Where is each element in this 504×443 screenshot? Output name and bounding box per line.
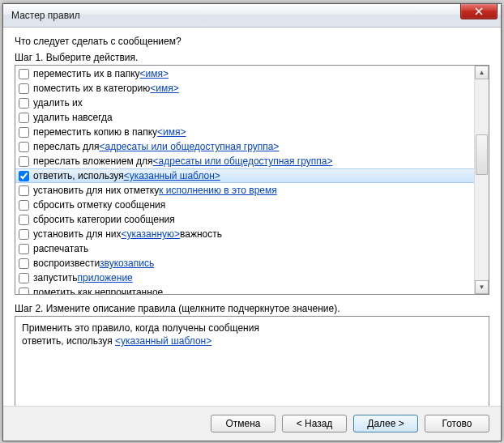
action-text-post: важность (180, 228, 222, 241)
scrollbar-thumb[interactable] (476, 134, 488, 175)
action-row[interactable]: удалить навсегда (15, 110, 474, 125)
action-checkbox[interactable] (19, 200, 29, 211)
action-link[interactable]: <имя> (150, 82, 178, 95)
action-checkbox[interactable] (19, 142, 29, 152)
close-icon (475, 7, 483, 15)
action-text-pre: удалить навсегда (33, 111, 113, 124)
action-row[interactable]: удалить их (15, 96, 474, 110)
action-text-pre: сбросить категории сообщения (33, 213, 175, 226)
action-row[interactable]: установить для них <указанную> важность (15, 227, 474, 241)
action-link[interactable]: приложение (78, 271, 133, 284)
action-link[interactable]: звукозапись (100, 257, 154, 270)
action-checkbox[interactable] (19, 156, 29, 167)
action-text-pre: переместить копию в папку (33, 126, 157, 138)
rules-wizard-window: Мастер правил Что следует сделать с сооб… (2, 3, 502, 441)
vertical-scrollbar[interactable]: ▲ ▼ (474, 66, 489, 294)
action-link[interactable]: <имя> (140, 67, 169, 80)
action-text-pre: переместить их в папку (33, 67, 140, 80)
action-text-pre: установить для них (33, 228, 122, 241)
action-checkbox[interactable] (19, 113, 29, 123)
action-row[interactable]: переместить их в папку <имя> (15, 66, 474, 81)
actions-listbox: переместить их в папку <имя>поместить их… (15, 65, 489, 295)
action-checkbox[interactable] (19, 244, 29, 254)
action-link[interactable]: <указанную> (122, 228, 181, 241)
action-text-pre: установить для них отметку (33, 184, 159, 197)
action-checkbox[interactable] (19, 185, 29, 196)
description-line2-pre: ответить, используя (22, 335, 115, 347)
scroll-up-button[interactable]: ▲ (475, 66, 489, 79)
action-link[interactable]: <адресаты или общедоступная группа> (100, 140, 280, 153)
content-area: Что следует сделать с сообщением? Шаг 1.… (3, 28, 501, 406)
button-bar: Отмена < Назад Далее > Готово (3, 406, 501, 441)
action-row[interactable]: переслать для <адресаты или общедоступна… (15, 139, 474, 154)
action-text-pre: распечатать (33, 242, 88, 255)
action-row[interactable]: поместить их в категорию <имя> (15, 81, 474, 96)
action-row[interactable]: ответить, используя <указанный шаблон> (15, 168, 474, 183)
action-checkbox[interactable] (19, 127, 29, 138)
action-checkbox[interactable] (19, 69, 29, 79)
description-line1: Применить это правило, когда получены со… (22, 322, 482, 334)
action-row[interactable]: переместить копию в папку <имя> (15, 125, 474, 139)
actions-scroll-area[interactable]: переместить их в папку <имя>поместить их… (15, 66, 474, 294)
back-button[interactable]: < Назад (282, 415, 347, 432)
chevron-down-icon: ▼ (479, 283, 485, 291)
action-text-pre: переслать вложением для (33, 155, 153, 168)
action-row[interactable]: запустить приложение (15, 270, 474, 285)
action-checkbox[interactable] (19, 288, 29, 295)
template-link[interactable]: <указанный шаблон> (115, 335, 211, 347)
chevron-up-icon: ▲ (479, 69, 485, 76)
step1-label: Шаг 1. Выберите действия. (15, 52, 489, 63)
action-text-pre: поместить их в категорию (33, 82, 150, 95)
scrollbar-track[interactable] (475, 79, 489, 280)
description-line2: ответить, используя <указанный шаблон> (22, 334, 482, 347)
action-text-pre: запустить (33, 271, 78, 284)
action-checkbox[interactable] (19, 258, 29, 269)
step2-label: Шаг 2. Измените описание правила (щелкни… (15, 303, 489, 314)
action-text-pre: переслать для (33, 140, 100, 153)
action-link[interactable]: к исполнению в это время (159, 184, 277, 197)
action-checkbox[interactable] (19, 215, 29, 225)
cancel-button[interactable]: Отмена (211, 415, 275, 432)
action-text-pre: ответить, используя (33, 169, 124, 182)
action-text-pre: воспроизвести (33, 257, 100, 270)
action-text-pre: сбросить отметку сообщения (33, 198, 165, 211)
action-link[interactable]: <имя> (157, 126, 186, 138)
window-title: Мастер правил (11, 10, 80, 21)
close-button[interactable] (460, 4, 498, 19)
action-checkbox[interactable] (19, 83, 29, 94)
action-link[interactable]: <адресаты или общедоступная группа> (153, 155, 333, 168)
action-checkbox[interactable] (19, 98, 29, 109)
next-button[interactable]: Далее > (353, 415, 418, 432)
instruction-text: Что следует сделать с сообщением? (15, 36, 489, 47)
action-checkbox[interactable] (19, 273, 29, 283)
action-text-pre: удалить их (33, 96, 83, 109)
action-text-pre: пометить как непрочитанное (33, 286, 163, 294)
action-row[interactable]: распечатать (15, 241, 474, 256)
action-row[interactable]: установить для них отметку к исполнению … (15, 183, 474, 198)
action-row[interactable]: сбросить категории сообщения (15, 212, 474, 227)
action-link[interactable]: <указанный шаблон> (124, 169, 220, 182)
action-checkbox[interactable] (19, 171, 29, 181)
action-checkbox[interactable] (19, 229, 29, 240)
scroll-down-button[interactable]: ▼ (475, 280, 489, 294)
action-row[interactable]: переслать вложением для <адресаты или об… (15, 154, 474, 168)
finish-button[interactable]: Готово (425, 415, 489, 432)
titlebar[interactable]: Мастер правил (3, 4, 501, 28)
action-row[interactable]: сбросить отметку сообщения (15, 198, 474, 212)
action-row[interactable]: воспроизвести звукозапись (15, 256, 474, 270)
action-row[interactable]: пометить как непрочитанное (15, 285, 474, 294)
rule-description-box: Применить это правило, когда получены со… (15, 316, 489, 406)
